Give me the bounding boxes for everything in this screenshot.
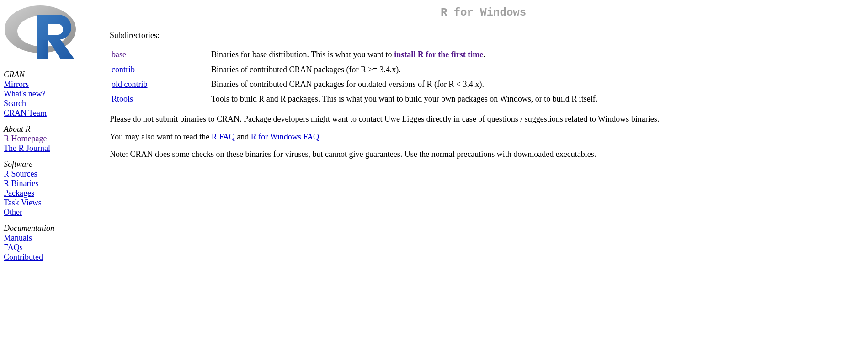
desc-old-contrib: Binaries of contributed CRAN packages fo… bbox=[211, 77, 857, 91]
nav-link-packages[interactable]: Packages bbox=[4, 188, 34, 198]
table-row: old contrib Binaries of contributed CRAN… bbox=[110, 77, 857, 91]
link-r-faq[interactable]: R FAQ bbox=[212, 132, 235, 141]
nav-link-cran-team[interactable]: CRAN Team bbox=[4, 108, 47, 118]
desc-rtools: Tools to build R and R packages. This is… bbox=[211, 91, 857, 106]
para-note: Note: CRAN does some checks on these bin… bbox=[110, 149, 857, 160]
nav-link-whats-new[interactable]: What's new? bbox=[4, 89, 46, 98]
nav-section-documentation: Documentation Manuals FAQs Contributed bbox=[4, 224, 95, 262]
table-row: Rtools Tools to build R and R packages. … bbox=[110, 91, 857, 106]
table-row: base Binaries for base distribution. Thi… bbox=[110, 47, 857, 62]
desc-base: Binaries for base distribution. This is … bbox=[211, 47, 857, 62]
subdirs-label: Subdirectories: bbox=[110, 30, 857, 41]
nav-heading: About R bbox=[4, 124, 95, 134]
link-base[interactable]: base bbox=[112, 50, 126, 59]
nav-link-r-binaries[interactable]: R Binaries bbox=[4, 179, 39, 188]
nav-link-contributed[interactable]: Contributed bbox=[4, 252, 43, 262]
r-logo-icon bbox=[4, 2, 81, 61]
nav-link-other[interactable]: Other bbox=[4, 208, 22, 217]
link-contrib[interactable]: contrib bbox=[112, 65, 135, 74]
link-old-contrib[interactable]: old contrib bbox=[112, 80, 148, 89]
nav-heading: Documentation bbox=[4, 224, 95, 233]
main-content: R for Windows Subdirectories: base Binar… bbox=[99, 0, 868, 170]
nav-link-faqs[interactable]: FAQs bbox=[4, 243, 23, 252]
page-title: R for Windows bbox=[110, 6, 857, 19]
r-logo[interactable] bbox=[4, 2, 95, 64]
nav-link-r-homepage[interactable]: R Homepage bbox=[4, 134, 47, 143]
link-rtools[interactable]: Rtools bbox=[112, 94, 133, 103]
nav-link-search[interactable]: Search bbox=[4, 99, 26, 108]
nav-heading: Software bbox=[4, 160, 95, 169]
sidebar: CRAN Mirrors What's new? Search CRAN Tea… bbox=[0, 0, 99, 266]
table-row: contrib Binaries of contributed CRAN pac… bbox=[110, 62, 857, 77]
link-install-first-time[interactable]: install R for the first time bbox=[394, 50, 483, 59]
nav-section-software: Software R Sources R Binaries Packages T… bbox=[4, 160, 95, 217]
para-submit: Please do not submit binaries to CRAN. P… bbox=[110, 113, 857, 124]
nav-section-about: About R R Homepage The R Journal bbox=[4, 124, 95, 153]
desc-contrib: Binaries of contributed CRAN packages (f… bbox=[211, 62, 857, 77]
nav-link-manuals[interactable]: Manuals bbox=[4, 233, 32, 242]
nav-link-r-journal[interactable]: The R Journal bbox=[4, 144, 50, 153]
nav-link-r-sources[interactable]: R Sources bbox=[4, 169, 37, 178]
subdirectories-table: base Binaries for base distribution. Thi… bbox=[110, 47, 857, 106]
nav-link-mirrors[interactable]: Mirrors bbox=[4, 80, 29, 89]
para-faq: You may also want to read the R FAQ and … bbox=[110, 131, 857, 142]
nav-heading: CRAN bbox=[4, 70, 95, 80]
nav-section-cran: CRAN Mirrors What's new? Search CRAN Tea… bbox=[4, 70, 95, 118]
nav-link-task-views[interactable]: Task Views bbox=[4, 198, 42, 207]
link-r-windows-faq[interactable]: R for Windows FAQ bbox=[251, 132, 319, 141]
